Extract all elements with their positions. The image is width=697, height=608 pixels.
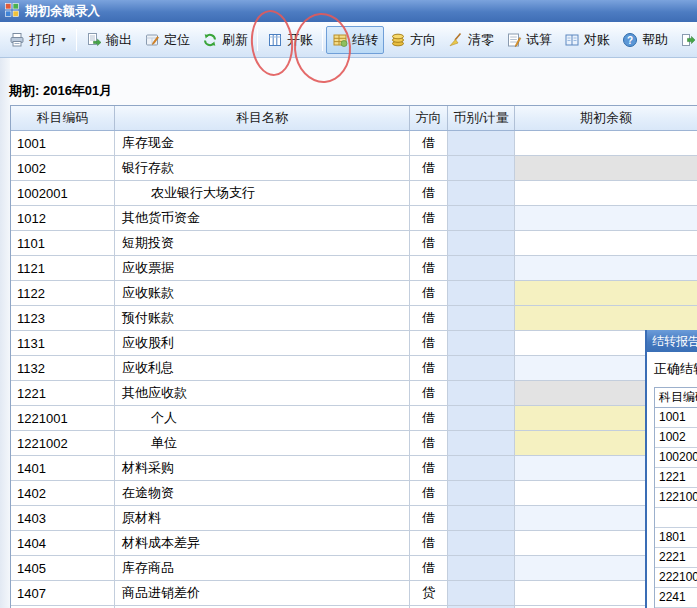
clear-button[interactable]: 清零	[442, 26, 500, 54]
table-row[interactable]: 1221001 个人 借	[11, 406, 697, 431]
table-row[interactable]: 1401 材料采购 借	[11, 456, 697, 481]
export-icon	[86, 32, 102, 48]
print-dropdown-arrow[interactable]: ▼	[60, 36, 67, 43]
table-row[interactable]: 1407 商品进销差价 贷	[11, 581, 697, 606]
table-row[interactable]: 1221002 单位 借	[11, 431, 697, 456]
cell-subject-name: 农业银行大场支行	[115, 181, 410, 205]
table-row[interactable]: 1101 短期投资 借	[11, 231, 697, 256]
cell-opening-balance[interactable]	[515, 206, 697, 230]
cell-subject-name: 其他货币资金	[115, 206, 410, 230]
cell-direction: 借	[410, 131, 448, 155]
table-row[interactable]: 1002 银行存款 借	[11, 156, 697, 181]
cell-direction: 借	[410, 531, 448, 555]
cell-opening-balance[interactable]	[515, 281, 697, 305]
cell-subject-code: 1221001	[11, 406, 115, 430]
report-row: 2221002	[655, 568, 697, 588]
print-button[interactable]: 打印 ▼	[3, 26, 73, 54]
report-row: 1002001	[655, 448, 697, 468]
cell-subject-name: 应收股利	[115, 331, 410, 355]
header-opening-balance[interactable]: 期初余额	[515, 106, 697, 130]
carry-forward-button[interactable]: 结转	[326, 26, 384, 54]
popup-subtitle: 正确结转	[654, 360, 697, 378]
cell-direction: 贷	[410, 581, 448, 605]
help-button[interactable]: ? 帮助	[616, 26, 674, 54]
trial-balance-label: 试算	[526, 31, 552, 49]
report-row: 1801	[655, 528, 697, 548]
cell-currency	[448, 381, 515, 405]
cell-currency	[448, 531, 515, 555]
report-row: 1002	[655, 428, 697, 448]
export-button[interactable]: 输出	[80, 26, 138, 54]
table-row[interactable]: 1403 原材料 借	[11, 506, 697, 531]
table-row[interactable]: 1121 应收票据 借	[11, 256, 697, 281]
cell-currency	[448, 231, 515, 255]
cell-subject-name: 材料采购	[115, 456, 410, 480]
exit-icon	[680, 32, 696, 48]
report-row: 1221	[655, 468, 697, 488]
cell-subject-name: 应收账款	[115, 281, 410, 305]
cell-direction: 借	[410, 231, 448, 255]
header-subject-name[interactable]: 科目名称	[115, 106, 410, 130]
export-label: 输出	[106, 31, 132, 49]
table-row[interactable]: 1221 其他应收款 借	[11, 381, 697, 406]
table-row[interactable]: 1405 库存商品 借	[11, 556, 697, 581]
window-title: 期初余额录入	[25, 3, 100, 20]
cell-direction: 借	[410, 456, 448, 480]
refresh-button[interactable]: 刷新	[196, 26, 254, 54]
report-row: 1221002	[655, 488, 697, 508]
cell-currency	[448, 581, 515, 605]
report-row	[655, 508, 697, 528]
cell-opening-balance[interactable]	[515, 306, 697, 330]
trial-balance-button[interactable]: 试算	[500, 26, 558, 54]
direction-label: 方向	[410, 31, 436, 49]
cell-currency	[448, 131, 515, 155]
reconcile-button[interactable]: 对账	[558, 26, 616, 54]
cell-opening-balance[interactable]	[515, 181, 697, 205]
locate-label: 定位	[164, 31, 190, 49]
cell-subject-code: 1405	[11, 556, 115, 580]
toolbar-separator	[76, 29, 77, 51]
table-row[interactable]: 1404 材料成本差异 借	[11, 531, 697, 556]
svg-text:?: ?	[627, 34, 633, 45]
cell-opening-balance[interactable]	[515, 231, 697, 255]
trial-balance-icon	[506, 32, 522, 48]
exit-button[interactable]: 退出	[674, 26, 697, 54]
cell-currency	[448, 406, 515, 430]
cell-subject-name: 单位	[115, 431, 410, 455]
direction-button[interactable]: 方向	[384, 26, 442, 54]
carry-forward-label: 结转	[352, 31, 378, 49]
app-icon	[5, 3, 19, 20]
table-row[interactable]: 1132 应收利息 借	[11, 356, 697, 381]
table-row[interactable]: 1122 应收账款 借	[11, 281, 697, 306]
header-direction[interactable]: 方向	[410, 106, 448, 130]
cell-currency	[448, 206, 515, 230]
cell-direction: 借	[410, 331, 448, 355]
table-row[interactable]: 1123 预付账款 借	[11, 306, 697, 331]
open-account-button[interactable]: 开账	[261, 26, 319, 54]
left-margin-strip	[0, 58, 10, 608]
header-currency[interactable]: 币别/计量	[448, 106, 515, 130]
period-label: 期初: 2016年01月	[9, 82, 112, 100]
table-row[interactable]: 1012 其他货币资金 借	[11, 206, 697, 231]
table-row[interactable]: 1131 应收股利 借	[11, 331, 697, 356]
direction-icon	[390, 32, 406, 48]
popup-titlebar[interactable]: 结转报告	[647, 330, 697, 352]
print-label: 打印	[29, 31, 55, 49]
clear-label: 清零	[468, 31, 494, 49]
cell-currency	[448, 456, 515, 480]
cell-opening-balance[interactable]	[515, 131, 697, 155]
table-row[interactable]: 1402 在途物资 借	[11, 481, 697, 506]
header-subject-code[interactable]: 科目编码	[11, 106, 115, 130]
toolbar-separator	[257, 29, 258, 51]
window-titlebar[interactable]: 期初余额录入	[0, 0, 697, 22]
locate-button[interactable]: 定位	[138, 26, 196, 54]
refresh-label: 刷新	[222, 31, 248, 49]
cell-subject-code: 1132	[11, 356, 115, 380]
cell-opening-balance[interactable]	[515, 256, 697, 280]
table-row[interactable]: 1002001 农业银行大场支行 借	[11, 181, 697, 206]
table-row[interactable]: 1001 库存现金 借	[11, 131, 697, 156]
cell-opening-balance[interactable]	[515, 156, 697, 180]
refresh-icon	[202, 32, 218, 48]
cell-subject-code: 1402	[11, 481, 115, 505]
cell-direction: 借	[410, 156, 448, 180]
